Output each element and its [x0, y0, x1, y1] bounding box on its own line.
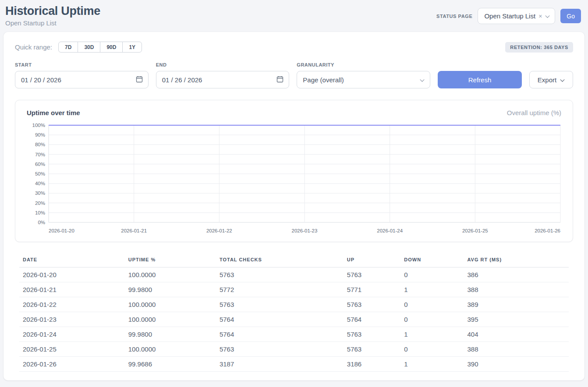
quick-range-button-1y[interactable]: 1Y	[122, 42, 142, 53]
table-cell: 5763	[344, 297, 400, 312]
status-page-label: STATUS PAGE	[436, 14, 472, 19]
table-cell: 2026-01-26	[19, 357, 125, 372]
column-header: DOWN	[400, 253, 464, 267]
chevron-down-icon	[420, 76, 425, 84]
start-date-value: 01 / 20 / 2026	[21, 76, 61, 84]
table-cell: 5763	[344, 327, 400, 342]
table-cell: 2026-01-24	[19, 327, 125, 342]
page-title: Historical Uptime	[5, 4, 100, 18]
table-cell: 5764	[344, 312, 400, 327]
table-cell: 100.0000	[125, 312, 216, 327]
filters-row: START 01 / 20 / 2026 END 01 / 26 / 2026	[15, 62, 573, 88]
table-cell: 5763	[216, 267, 344, 282]
table-cell: 1	[400, 357, 464, 372]
start-date-field-group: START 01 / 20 / 2026	[15, 62, 149, 88]
table-cell: 3186	[344, 357, 400, 372]
svg-text:30%: 30%	[35, 190, 45, 196]
table-row: 2026-01-2199.9800577257711388	[19, 282, 569, 297]
table-header-row: DATEUPTIME %TOTAL CHECKSUPDOWNAVG RT (MS…	[19, 253, 569, 267]
table-cell: 5763	[344, 267, 400, 282]
table-cell: 1	[400, 282, 464, 297]
svg-text:50%: 50%	[35, 171, 45, 176]
table-row: 2026-01-23100.0000576457640395	[19, 312, 569, 327]
svg-text:60%: 60%	[35, 162, 45, 167]
column-header: DATE	[19, 253, 125, 267]
end-date-field-group: END 01 / 26 / 2026	[156, 62, 290, 88]
quick-range-button-90d[interactable]: 90D	[100, 42, 123, 53]
table-cell: 99.9800	[125, 327, 216, 342]
export-button[interactable]: Export	[529, 71, 573, 88]
table-cell: 0	[400, 342, 464, 357]
table-cell: 5764	[216, 327, 344, 342]
table-cell: 0	[400, 297, 464, 312]
table-cell: 0	[400, 267, 464, 282]
topbar: Historical Uptime Open Startup List STAT…	[0, 0, 588, 29]
table-body: 2026-01-20100.00005763576303862026-01-21…	[19, 267, 569, 372]
table-cell: 386	[464, 267, 569, 282]
table-cell: 5764	[216, 312, 344, 327]
start-date-label: START	[15, 62, 149, 67]
table-cell: 100.0000	[125, 267, 216, 282]
table-cell: 2026-01-21	[19, 282, 125, 297]
table-cell: 100.0000	[125, 297, 216, 312]
quick-range-button-7d[interactable]: 7D	[58, 42, 78, 53]
uptime-table: DATEUPTIME %TOTAL CHECKSUPDOWNAVG RT (MS…	[19, 253, 569, 372]
svg-text:0%: 0%	[38, 220, 45, 225]
svg-text:2026-01-24: 2026-01-24	[377, 228, 403, 233]
svg-text:90%: 90%	[35, 132, 45, 137]
column-header: AVG RT (MS)	[464, 253, 569, 267]
table-row: 2026-01-20100.0000576357630386	[19, 267, 569, 282]
quick-range-group: 7D30D90D1Y	[58, 42, 142, 53]
status-page-selected-value: Open Startup List	[484, 12, 535, 20]
svg-text:70%: 70%	[35, 152, 45, 157]
table-cell: 5763	[216, 342, 344, 357]
quick-range-row: Quick range: 7D30D90D1Y RETENTION: 365 D…	[15, 42, 573, 53]
svg-text:2026-01-20: 2026-01-20	[49, 228, 74, 233]
table-cell: 388	[464, 342, 569, 357]
svg-text:2026-01-25: 2026-01-25	[462, 228, 488, 233]
table-cell: 3187	[216, 357, 344, 372]
calendar-icon[interactable]	[136, 76, 143, 84]
table-cell: 1	[400, 327, 464, 342]
table-cell: 0	[400, 312, 464, 327]
end-date-value: 01 / 26 / 2026	[162, 76, 202, 84]
start-date-input[interactable]: 01 / 20 / 2026	[15, 71, 149, 88]
svg-text:10%: 10%	[35, 210, 45, 215]
go-button[interactable]: Go	[560, 9, 581, 23]
quick-range-button-30d[interactable]: 30D	[78, 42, 100, 53]
table-cell: 395	[464, 312, 569, 327]
svg-text:2026-01-23: 2026-01-23	[292, 228, 318, 233]
column-header: UPTIME %	[125, 253, 216, 267]
clear-selection-icon[interactable]: ×	[538, 13, 542, 19]
chevron-down-icon	[545, 12, 550, 20]
table-cell: 2026-01-20	[19, 267, 125, 282]
svg-text:40%: 40%	[35, 181, 45, 186]
uptime-chart-card: Uptime over time Overall uptime (%) 0%10…	[15, 100, 573, 242]
table-cell: 2026-01-25	[19, 342, 125, 357]
calendar-icon[interactable]	[276, 76, 283, 84]
chevron-down-icon	[560, 76, 565, 84]
granularity-select[interactable]: Page (overall)	[297, 71, 430, 88]
table-cell: 390	[464, 357, 569, 372]
table-cell: 388	[464, 282, 569, 297]
svg-text:20%: 20%	[35, 201, 45, 206]
main-card: Quick range: 7D30D90D1Y RETENTION: 365 D…	[4, 32, 584, 380]
granularity-value: Page (overall)	[303, 76, 344, 84]
status-page-controls: STATUS PAGE Open Startup List × Go	[436, 8, 581, 24]
column-header: UP	[344, 253, 400, 267]
quick-range-label: Quick range:	[15, 43, 52, 51]
chart-legend: Overall uptime (%)	[507, 109, 561, 116]
svg-text:2026-01-21: 2026-01-21	[121, 228, 147, 233]
status-page-select[interactable]: Open Startup List ×	[478, 8, 555, 24]
end-date-input[interactable]: 01 / 26 / 2026	[156, 71, 290, 88]
uptime-table-wrap: DATEUPTIME %TOTAL CHECKSUPDOWNAVG RT (MS…	[15, 253, 573, 372]
table-cell: 99.9686	[125, 357, 216, 372]
refresh-button[interactable]: Refresh	[438, 71, 522, 88]
table-cell: 389	[464, 297, 569, 312]
table-cell: 99.9800	[125, 282, 216, 297]
table-cell: 2026-01-22	[19, 297, 125, 312]
chart-title: Uptime over time	[27, 109, 80, 116]
table-cell: 5763	[216, 297, 344, 312]
granularity-field-group: GRANULARITY Page (overall)	[297, 62, 430, 88]
table-row: 2026-01-25100.0000576357630388	[19, 342, 569, 357]
